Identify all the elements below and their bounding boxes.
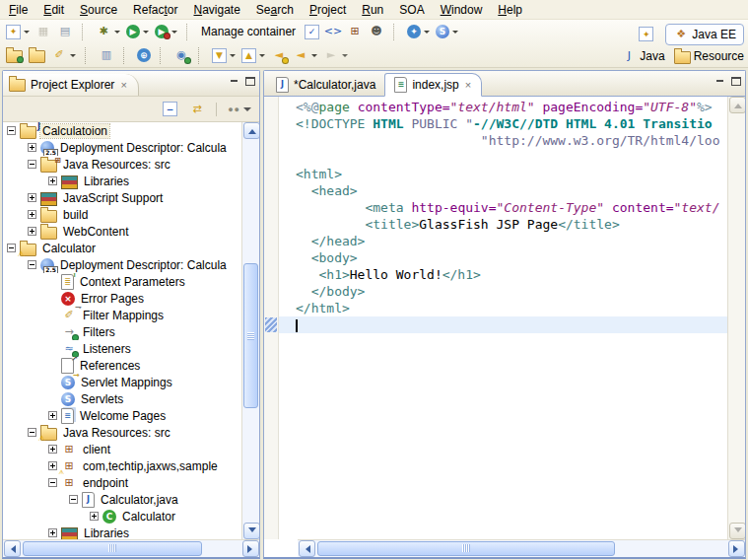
dropdown-chevron-icon[interactable] [230,54,236,57]
scroll-down-icon[interactable] [243,523,259,539]
dropdown-chevron-icon[interactable] [143,31,149,34]
code-text-area[interactable]: <%@page contentType="text/html" pageEnco… [279,97,728,539]
menu-soa[interactable]: SOA [391,1,432,19]
last-edit-location-button[interactable]: ◄ [268,44,290,66]
run-button[interactable]: ▶ [123,22,152,41]
tree-item[interactable]: ≡Welcome Pages [3,407,242,424]
tree-item[interactable]: JCalculator,java [3,491,242,508]
container-check-button[interactable]: ✓ [302,22,322,42]
data-source-button[interactable]: ▥ [96,44,117,66]
expand-icon[interactable] [28,210,36,219]
collapse-icon[interactable] [48,478,57,487]
scroll-left-icon[interactable] [4,540,21,557]
expand-icon[interactable] [48,176,57,185]
collapse-all-button[interactable]: − [160,99,180,119]
menu-run[interactable]: Run [354,1,391,19]
expand-icon[interactable] [48,461,57,470]
expand-icon[interactable] [28,193,36,202]
view-close-icon[interactable]: × [119,79,127,91]
previous-annotation-button[interactable]: ▲ [238,45,268,66]
view-menu-button[interactable]: ●● [225,102,254,117]
dropdown-chevron-icon[interactable] [70,54,76,57]
menu-search[interactable]: Search [248,1,302,19]
expand-icon[interactable] [48,411,57,420]
dropdown-chevron-icon[interactable] [424,31,430,34]
collapse-icon[interactable] [7,126,16,135]
tree-item[interactable]: ⊞Java Resources: src [3,156,242,173]
tree-item[interactable]: S→Servlet Mappings [3,374,242,390]
scroll-thumb[interactable] [23,541,202,556]
scroll-thumb[interactable] [243,263,258,408]
tree-item[interactable]: CCalculator [3,508,242,525]
collapse-icon[interactable] [28,160,36,169]
expand-icon[interactable] [28,143,36,152]
next-annotation-button[interactable]: ▼ [209,45,238,66]
editor-tab-index-jsp[interactable]: ≡index,jsp× [384,73,482,97]
highlighter-button[interactable]: ✐ [48,44,79,66]
maximize-icon[interactable] [245,76,255,86]
glassfish-button[interactable]: S [433,22,461,41]
dropdown-chevron-icon[interactable] [24,31,30,34]
tree-item[interactable]: →Filters [3,323,242,340]
collapse-icon[interactable] [69,495,78,504]
scroll-thumb[interactable] [317,541,615,556]
scroll-up-icon[interactable] [729,97,745,113]
expand-icon[interactable] [48,528,57,537]
tree-item[interactable]: ✐→Filter Mappings [3,307,242,323]
menu-source[interactable]: Source [72,1,125,19]
expand-icon[interactable] [28,227,36,236]
tree-item[interactable]: ⊞endpoint [3,474,242,491]
maximize-icon[interactable] [731,76,741,86]
scroll-right-icon[interactable] [728,540,745,557]
dropdown-chevron-icon[interactable] [311,54,317,57]
link-with-editor-button[interactable]: ⇄ [186,99,208,120]
scroll-up-icon[interactable] [243,122,259,139]
tree-item[interactable]: Libraries [3,525,242,539]
dropdown-chevron-icon[interactable] [171,31,177,34]
tree-item[interactable]: JCalculatoion [3,122,242,139]
tab-close-icon[interactable]: × [464,79,472,91]
scroll-down-icon[interactable] [729,523,745,539]
print-button[interactable]: ▤ [54,21,76,42]
scroll-left-icon[interactable] [299,540,315,557]
tree-item[interactable]: SServlets [3,390,242,407]
open-folder-button[interactable] [26,44,48,66]
menu-edit[interactable]: Edit [35,1,72,19]
back-button[interactable]: ◄ [290,44,320,66]
expand-icon[interactable] [48,445,57,454]
editor-tab--calculator-java[interactable]: J*Calculator,java [267,74,384,96]
scroll-right-icon[interactable] [242,540,259,557]
minimize-icon[interactable] [715,76,725,86]
search-button[interactable]: ◉ [170,44,192,66]
tree-item[interactable]: JavaScript Support [3,189,242,206]
tree-item[interactable]: 2.5Deployment Descriptor: Calcula [3,139,242,156]
perspective-java-ee-button[interactable]: ❖Java EE [665,24,744,45]
menu-refactor[interactable]: Refactor [125,1,185,19]
web-browser-button[interactable]: ⊕ [134,45,154,65]
tree-item[interactable]: Libraries [3,173,242,189]
dropdown-chevron-icon[interactable] [259,54,265,57]
tree-item[interactable]: ⊞⚠com,techtip,jaxws,sample [3,457,242,474]
user-button[interactable]: ☻ [366,21,387,42]
project-tree[interactable]: JCalculatoion2.5Deployment Descriptor: C… [3,122,242,539]
save-button[interactable]: ▦ [33,21,54,42]
debug-button[interactable]: ✱ [93,21,123,42]
collapse-icon[interactable] [28,260,36,269]
minimize-icon[interactable] [230,76,239,86]
new-web-service-button[interactable]: ✦ [404,22,433,41]
tree-item[interactable]: build [3,206,242,223]
menu-window[interactable]: Window [433,1,491,19]
dropdown-chevron-icon[interactable] [342,54,348,57]
collapse-icon[interactable] [7,244,16,252]
dropdown-chevron-icon[interactable] [452,31,458,34]
import-project-button[interactable] [3,44,26,66]
tree-item[interactable]: ⚠Calculator [3,240,242,256]
project-explorer-tab[interactable]: Project Explorer × [3,74,139,96]
perspective-java-button[interactable]: JJava [621,48,664,64]
editor-vertical-ruler[interactable] [264,97,279,539]
expand-icon[interactable] [90,512,99,521]
open-perspective-button[interactable]: ✦ [636,24,656,44]
menu-project[interactable]: Project [302,1,354,19]
tree-item[interactable]: WebContent [3,223,242,240]
menu-help[interactable]: Help [490,1,530,19]
